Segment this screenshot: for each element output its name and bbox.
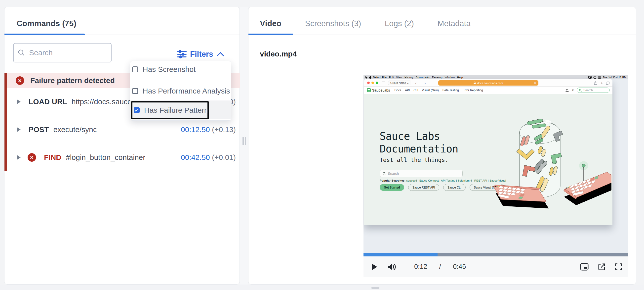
resize-handle-icon [242, 137, 244, 145]
volume-icon[interactable] [388, 263, 397, 270]
expand-caret-icon[interactable] [17, 100, 20, 104]
hero-heading-line2: Documentation [380, 143, 458, 155]
hero-buttons: Get Started Sauce REST API Sauce CLI Sau… [380, 184, 504, 191]
commands-panel: Commands (75) Filters ✕ Failure pattern … [4, 7, 240, 284]
stop-loading-icon[interactable]: ✕ [534, 81, 536, 85]
saucelabs-logo-icon[interactable] [367, 88, 371, 92]
theme-toggle-icon[interactable]: ☀ [571, 88, 574, 92]
banner-text: Failure pattern detected [30, 76, 115, 85]
menu-item-has-failure-pattern[interactable]: ✓ Has Failure Pattern [130, 104, 231, 116]
filters-label: Filters [190, 50, 213, 59]
tab-metadata[interactable]: Metadata [438, 19, 470, 28]
bell-icon[interactable] [566, 89, 569, 92]
play-button-icon[interactable] [372, 263, 378, 270]
sauce-rest-api-button[interactable]: Sauce REST API [408, 184, 439, 191]
filters-button[interactable]: Filters [177, 49, 224, 60]
share-icon[interactable] [594, 81, 597, 85]
commands-search[interactable] [13, 43, 112, 62]
sauce-cli-button[interactable]: Sauce CLI [443, 184, 466, 191]
battery-icon [598, 76, 601, 79]
picture-in-picture-icon[interactable] [580, 263, 588, 270]
asset-tabs: Video Screenshots (3) Logs (2) Metadata [260, 19, 470, 28]
docs-hero: Sauce Labs Documentation Test all the th… [364, 94, 612, 225]
video-progress-bar[interactable] [364, 253, 628, 256]
command-arg: https://docs.saucelab [72, 98, 131, 106]
nav-item-cli[interactable]: CLI [414, 89, 418, 92]
command-row-find[interactable]: ✕ FIND #login_button_container 00:42.50 … [4, 144, 240, 171]
error-icon: ✕ [28, 153, 36, 162]
resize-handle-icon [245, 137, 246, 145]
open-external-icon[interactable] [598, 263, 606, 270]
current-time: 0:12 [414, 263, 427, 270]
search-input[interactable] [29, 49, 107, 57]
new-tab-icon[interactable]: + [600, 81, 603, 85]
menubar-clock: Tue Jul 30 4:12 PM [603, 76, 626, 79]
hero-tagline: Test all the things. [380, 157, 448, 163]
tab-group-dropdown[interactable]: Group Name ⌄ [388, 81, 411, 85]
hero-heading-line1: Sauce Labs [380, 130, 440, 142]
address-text: docs.saucelabs.com [477, 82, 503, 85]
error-icon: ✕ [16, 76, 24, 85]
back-forward-buttons[interactable]: ‹ › [415, 81, 429, 85]
menubar-items: File Edit View History Bookmarks Develop… [382, 76, 463, 79]
site-search[interactable]: Search [577, 88, 610, 93]
nav-item-api[interactable]: API [405, 89, 410, 92]
command-method: LOAD URL [28, 98, 67, 106]
nav-item-error-reporting[interactable]: Error Reporting [463, 89, 483, 92]
command-arg: execute/sync [54, 125, 97, 134]
video-progress-fill [364, 253, 438, 256]
checkbox-unchecked[interactable] [132, 66, 138, 72]
safari-window: Group Name ⌄ ‹ › docs.saucelabs.com ✕ + [364, 79, 612, 225]
tab-commands[interactable]: Commands (75) [17, 19, 76, 28]
get-started-button[interactable]: Get Started [380, 184, 404, 191]
lock-icon [474, 82, 476, 84]
video-controls: 0:12 / 0:46 [364, 256, 628, 277]
panel-resize-gutter[interactable] [240, 7, 248, 284]
command-time: 00:12.50 (+0.13) [181, 125, 236, 134]
menu-item-has-performance-analysis[interactable]: Has Performance Analysis [130, 85, 231, 97]
fullscreen-icon[interactable] [615, 263, 622, 270]
nav-item-beta-testing[interactable]: Beta Testing [442, 89, 459, 92]
duration-time: 0:46 [453, 263, 466, 270]
header-divider [248, 72, 636, 72]
page-bottom-strip [0, 284, 644, 290]
site-search-placeholder: Search [584, 89, 593, 92]
search-icon [18, 49, 25, 57]
tab-divider [248, 35, 636, 35]
active-tab-underline [248, 34, 293, 35]
nav-item-visual[interactable]: Visual (New) [422, 89, 439, 92]
expand-caret-icon[interactable] [17, 127, 20, 132]
video-frame[interactable]: Safari File Edit View History Bookmarks … [364, 75, 628, 253]
popular-searches[interactable]: Popular Searches: saucectl | Sauce Conne… [380, 179, 506, 182]
menubar-app-name: Safari [373, 76, 381, 79]
command-method: FIND [44, 153, 61, 162]
command-time: 00:42.50 (+0.01) [181, 153, 236, 162]
apple-icon [369, 76, 372, 79]
horizontal-scrollbar-thumb[interactable] [372, 287, 380, 289]
tab-screenshots[interactable]: Screenshots (3) [305, 19, 361, 28]
filters-dropdown: Has Screenshot Has Performance Analysis … [130, 61, 231, 121]
hero-search-placeholder: Search [388, 172, 399, 176]
browser-toolbar: Group Name ⌄ ‹ › docs.saucelabs.com ✕ + [364, 79, 612, 87]
saucelabs-brand[interactable]: SauceLabs [372, 88, 390, 92]
traffic-lights-icon[interactable] [367, 82, 378, 84]
checkbox-unchecked[interactable] [132, 88, 138, 94]
tab-video[interactable]: Video [260, 19, 282, 28]
video-player[interactable]: Safari File Edit View History Bookmarks … [364, 75, 628, 284]
asset-panel: Video Screenshots (3) Logs (2) Metadata … [248, 7, 636, 284]
address-bar[interactable]: docs.saucelabs.com ✕ [438, 80, 538, 86]
expand-caret-icon[interactable] [17, 155, 20, 160]
time-separator: / [439, 263, 441, 270]
menu-item-has-screenshot[interactable]: Has Screenshot [130, 64, 231, 75]
display-icon [588, 76, 592, 79]
nav-item-docs[interactable]: Docs [394, 89, 401, 92]
sidebar-toggle-icon[interactable] [382, 82, 385, 84]
hero-search[interactable]: Search [380, 170, 463, 177]
checkbox-checked[interactable]: ✓ [134, 107, 140, 113]
bell-jar-illustration [490, 106, 612, 225]
tab-logs[interactable]: Logs (2) [384, 19, 414, 28]
search-icon [382, 172, 386, 175]
site-navbar: SauceLabs Docs API CLI Visual (New) Beta… [364, 87, 612, 94]
tab-overview-icon[interactable] [606, 82, 610, 85]
chevron-up-icon [217, 52, 224, 57]
